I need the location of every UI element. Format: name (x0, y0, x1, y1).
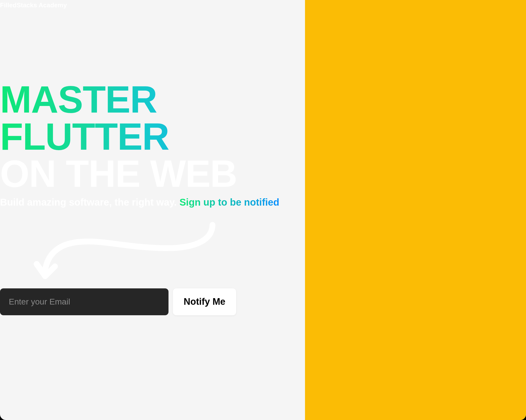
page-container: FilledStacks Academy MASTER FLUTTER ON T… (0, 0, 526, 420)
hero-section: MASTER FLUTTER ON THE WEB Build amazing … (0, 81, 305, 315)
arrow-decoration (0, 218, 220, 286)
hero-line-1: MASTER (0, 81, 305, 118)
subtitle: Build amazing software, the right way. S… (0, 197, 305, 208)
subtitle-part-1: Build amazing software, the right way. (0, 197, 179, 208)
left-panel: FilledStacks Academy MASTER FLUTTER ON T… (0, 0, 305, 420)
subtitle-part-2: Sign up to be notified (179, 197, 279, 208)
hero-title: MASTER FLUTTER ON THE WEB (0, 81, 305, 192)
curved-arrow-icon (0, 218, 220, 286)
email-input[interactable] (0, 288, 168, 315)
notify-button[interactable]: Notify Me (173, 288, 236, 315)
right-panel (305, 0, 526, 420)
hero-line-3: ON THE WEB (0, 155, 305, 192)
signup-form: Notify Me (0, 288, 305, 315)
brand-title: FilledStacks Academy (0, 0, 305, 9)
hero-line-2: FLUTTER (0, 118, 305, 155)
